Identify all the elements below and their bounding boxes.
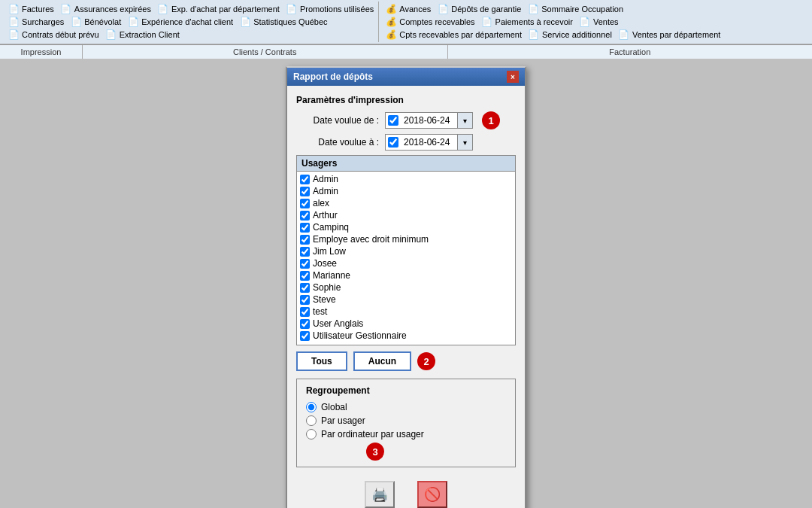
usager-checkbox-6[interactable] bbox=[300, 247, 310, 257]
usager-item[interactable]: alex bbox=[300, 197, 512, 209]
radio-par-ordinateur[interactable]: Par ordinateur par usager bbox=[306, 429, 506, 440]
toolbar-factures[interactable]: 📄 Factures bbox=[8, 3, 54, 15]
radio-par-usager[interactable]: Par usager bbox=[306, 415, 506, 426]
toolbar-ventes-dept[interactable]: 📄 Ventes par département bbox=[618, 29, 720, 41]
date-to-picker-button[interactable]: ▾ bbox=[457, 135, 472, 150]
cpts-dept-label: Cpts recevables par département bbox=[399, 30, 522, 39]
ventes-dept-icon: 📄 bbox=[618, 29, 630, 41]
radio-par-ordinateur-input[interactable] bbox=[306, 429, 317, 440]
usager-name-10: Steve bbox=[313, 294, 336, 305]
usager-item[interactable]: Admin bbox=[300, 185, 512, 197]
toolbar-paiements[interactable]: 📄 Paiements à recevoir bbox=[481, 16, 573, 28]
usager-item[interactable]: Steve bbox=[300, 294, 512, 306]
toolbar-cpts-dept[interactable]: 💰 Cpts recevables par département bbox=[385, 29, 522, 41]
usagers-list[interactable]: AdminAdminalexArthurCampinqEmploye avec … bbox=[297, 172, 515, 345]
depots-icon: 📄 bbox=[437, 3, 449, 15]
toolbar-exp-achat[interactable]: 📄 Exp. d'achat par département bbox=[157, 3, 280, 15]
date-to-row: Date voulue à : ▾ bbox=[296, 134, 516, 151]
usager-checkbox-3[interactable] bbox=[300, 211, 310, 221]
radio-par-usager-input[interactable] bbox=[306, 415, 317, 426]
section-facturation: Facturation bbox=[448, 45, 813, 59]
toolbar-extraction[interactable]: 📄 Extraction Client bbox=[105, 29, 180, 41]
toolbar-contrats[interactable]: 📄 Contrats début prévu bbox=[8, 29, 99, 41]
usager-item[interactable]: Arthur bbox=[300, 209, 512, 221]
usager-checkbox-13[interactable] bbox=[300, 331, 310, 341]
toolbar-surcharges[interactable]: 📄 Surcharges bbox=[8, 16, 64, 28]
date-to-field[interactable] bbox=[401, 137, 457, 148]
usager-checkbox-8[interactable] bbox=[300, 271, 310, 281]
date-to-input-container[interactable]: ▾ bbox=[385, 134, 473, 151]
usager-item[interactable]: Employe avec droit minimum bbox=[300, 233, 512, 245]
toolbar-experience[interactable]: 📄 Expérience d'achat client bbox=[127, 16, 233, 28]
toolbar-avances[interactable]: 💰 Avances bbox=[385, 3, 431, 15]
surcharges-label: Surcharges bbox=[22, 17, 64, 26]
promotions-icon: 📄 bbox=[286, 3, 298, 15]
print-button[interactable]: 🖨️ bbox=[365, 481, 395, 508]
date-from-field[interactable] bbox=[401, 115, 457, 126]
usager-item[interactable]: Admin bbox=[300, 173, 512, 185]
ventes-icon: 📄 bbox=[579, 16, 591, 28]
toolbar-depots[interactable]: 📄 Dépôts de garantie bbox=[437, 3, 521, 15]
extraction-icon: 📄 bbox=[105, 29, 117, 41]
usager-checkbox-11[interactable] bbox=[300, 307, 310, 317]
usager-checkbox-4[interactable] bbox=[300, 223, 310, 233]
date-from-checkbox[interactable] bbox=[388, 115, 398, 126]
aucun-button[interactable]: Aucun bbox=[353, 351, 411, 371]
toolbar-benevolat[interactable]: 📄 Bénévolat bbox=[70, 16, 121, 28]
usager-name-8: Marianne bbox=[313, 270, 350, 281]
toolbar-facturation-section: 💰 Avances 📄 Dépôts de garantie 📄 Sommair… bbox=[380, 2, 725, 42]
dialog-titlebar: Rapport de dépôts × bbox=[287, 68, 525, 86]
contrats-icon: 📄 bbox=[8, 29, 20, 41]
toolbar-statistiques[interactable]: 📄 Statistiques Québec bbox=[239, 16, 327, 28]
toolbar-promotions[interactable]: 📄 Promotions utilisées bbox=[286, 3, 374, 15]
toolbar-row-1: 📄 Factures 📄 Assurances expirées 📄 Exp. … bbox=[8, 3, 374, 15]
radio-global-label: Global bbox=[321, 402, 347, 412]
radio-global[interactable]: Global bbox=[306, 402, 506, 412]
exp-achat-label: Exp. d'achat par département bbox=[171, 5, 280, 14]
service-icon: 📄 bbox=[528, 29, 540, 41]
usager-item[interactable]: User Anglais bbox=[300, 318, 512, 330]
experience-label: Expérience d'achat client bbox=[141, 17, 233, 26]
usager-checkbox-5[interactable] bbox=[300, 235, 310, 245]
statistiques-label: Statistiques Québec bbox=[253, 17, 327, 26]
usager-checkbox-7[interactable] bbox=[300, 259, 310, 269]
usager-checkbox-2[interactable] bbox=[300, 199, 310, 208]
tous-button[interactable]: Tous bbox=[296, 351, 347, 371]
toolbar-service[interactable]: 📄 Service additionnel bbox=[528, 29, 612, 41]
usager-checkbox-1[interactable] bbox=[300, 187, 310, 196]
comptes-label: Comptes recevables bbox=[399, 17, 474, 26]
usager-item[interactable]: Jim Low bbox=[300, 245, 512, 257]
badge-3: 3 bbox=[366, 443, 384, 461]
sommaire-label: Sommaire Occupation bbox=[541, 5, 623, 14]
cancel-action-button[interactable]: 🚫 bbox=[417, 481, 447, 508]
usager-checkbox-9[interactable] bbox=[300, 283, 310, 293]
usager-item[interactable]: test bbox=[300, 306, 512, 318]
usager-item[interactable]: Sophie bbox=[300, 281, 512, 294]
usager-checkbox-10[interactable] bbox=[300, 295, 310, 305]
dialog-close-button[interactable]: × bbox=[507, 71, 519, 83]
experience-icon: 📄 bbox=[127, 16, 139, 28]
usager-checkbox-0[interactable] bbox=[300, 175, 310, 184]
date-from-input-container[interactable]: ▾ bbox=[385, 112, 473, 129]
toolbar-fact-row-3: 💰 Cpts recevables par département 📄 Serv… bbox=[385, 29, 720, 41]
toolbar-comptes[interactable]: 💰 Comptes recevables bbox=[385, 16, 474, 28]
usager-item[interactable]: Marianne bbox=[300, 269, 512, 281]
usager-item[interactable]: Josee bbox=[300, 257, 512, 269]
usager-item[interactable]: Utilisateur Gestionnaire bbox=[300, 330, 512, 342]
usager-checkbox-12[interactable] bbox=[300, 319, 310, 329]
toolbar-row-2: 📄 Surcharges 📄 Bénévolat 📄 Expérience d'… bbox=[8, 16, 374, 28]
contrats-label: Contrats début prévu bbox=[22, 30, 99, 39]
date-to-checkbox[interactable] bbox=[388, 137, 398, 148]
date-from-picker-button[interactable]: ▾ bbox=[457, 113, 472, 128]
toolbar-sommaire[interactable]: 📄 Sommaire Occupation bbox=[527, 3, 623, 15]
usager-name-1: Admin bbox=[313, 186, 338, 196]
usager-name-0: Admin bbox=[313, 174, 338, 184]
usager-item[interactable]: Campinq bbox=[300, 221, 512, 233]
radio-par-usager-label: Par usager bbox=[321, 415, 365, 426]
toolbar-assurances[interactable]: 📄 Assurances expirées bbox=[60, 3, 151, 15]
toolbar-ventes[interactable]: 📄 Ventes bbox=[579, 16, 619, 28]
radio-global-input[interactable] bbox=[306, 402, 317, 412]
ventes-dept-label: Ventes par département bbox=[632, 30, 720, 39]
usager-name-12: User Anglais bbox=[313, 318, 363, 329]
usager-name-6: Jim Low bbox=[313, 246, 346, 257]
